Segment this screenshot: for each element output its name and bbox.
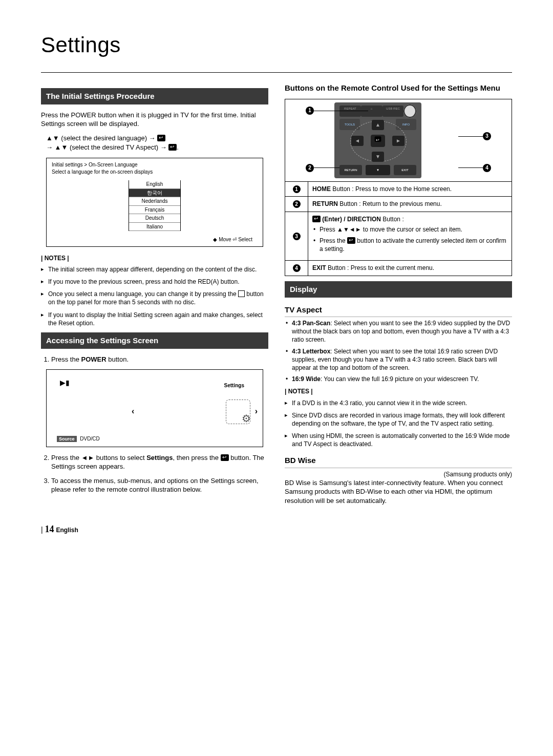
play-stop-icon: ▶▮ [60,378,70,388]
nav-left-icon: ‹ [132,406,134,417]
lang-option[interactable]: English [129,180,180,189]
repeat-button: REPEAT [339,106,361,117]
ref-2-text: RETURN Button : Return to the previous m… [308,197,512,212]
bdwise-note: (Samsung products only) [285,470,512,478]
divider [41,72,512,73]
left-column: The Initial Settings Procedure Press the… [41,83,268,511]
section-bar-display: Display [285,281,512,298]
footer-language: English [56,527,78,534]
enter-icon [221,454,229,461]
ref-4-text: EXIT Button : Press to exit the current … [308,261,512,276]
page-footer: | 14 English [41,523,512,535]
ref-4-num: 4 [293,264,301,272]
return-button: RETURN [339,165,362,175]
language-list[interactable]: English 한국어 Nederlands Français Deutsch … [129,180,181,231]
dialog-prompt: Select a language for the on-screen disp… [52,169,258,176]
callout-1: 1 [306,107,314,115]
home-screen-illustration: ▶▮ Settings ‹ › Source DVD/CD [46,369,263,447]
source-indicator: Source DVD/CD [57,435,100,443]
page-number: 14 [45,524,54,534]
step-1: Press the POWER button. [51,355,268,364]
flow-line-1: ▲▼ (select the desired language) → [46,134,157,142]
note-item: The initial screen may appear different,… [41,265,268,274]
flow-line-2: → ▲▼ (select the desired TV Aspect) → [46,143,168,151]
callout-2: 2 [306,164,314,172]
tv-aspect-heading: TV Aspect [285,305,512,317]
remote-reference-table: 1 HOME Button : Press to move to the Hom… [285,181,512,276]
notes-label: | NOTES | [285,387,512,395]
note-item: If you move to the previous screen, pres… [41,278,268,286]
intro-text: Press the POWER button when it is plugge… [41,111,268,129]
notes-label: | NOTES | [41,254,268,262]
notes-list: The initial screen may appear different,… [41,265,268,327]
enter-icon [312,216,321,222]
lang-option[interactable]: Italiano [129,223,180,232]
bdwise-heading: BD Wise [285,455,512,468]
ref-1-text: HOME Button : Press to move to the Home … [308,182,512,197]
remote-subtitle: Buttons on the Remote Control Used for t… [285,83,512,93]
aspect-item: 16:9 Wide: You can view the full 16:9 pi… [292,375,512,383]
section-bar-access: Accessing the Settings Screen [41,332,268,349]
direction-pad: ▲ ▼ ◄ ► [350,121,406,161]
remote-illustration: REPEAT ⌂ USB REC TOOLS INFO ▲ ▼ ◄ ► [285,99,512,182]
bdwise-body: BD Wise is Samsung's latest inter-connec… [285,478,512,506]
note-item: If a DVD is in the 4:3 ratio, you cannot… [285,399,512,407]
exit-button: EXIT [394,165,416,175]
step-2: Press the ◄► buttons to select Settings,… [51,453,268,471]
language-dialog: Initial settings > On-Screen Language Se… [46,158,263,247]
settings-tile-label: Settings [224,382,244,389]
flow-steps: ▲▼ (select the desired language) → → ▲▼ … [41,134,268,152]
section-bar-initial: The Initial Settings Procedure [41,88,268,104]
lang-option[interactable]: Deutsch [129,214,180,223]
ref-2-num: 2 [293,200,301,208]
note-item: Once you select a menu language, you can… [41,290,268,306]
steps-list-cont: Press the ◄► buttons to select Settings,… [41,453,268,494]
dialog-breadcrumb: Initial settings > On-Screen Language [52,161,258,169]
tv-aspect-list: 4:3 Pan-Scan: Select when you want to se… [285,319,512,383]
lang-option[interactable]: Français [129,206,180,215]
dpad-right: ► [392,136,405,146]
enter-icon [347,237,355,244]
note-item: Since DVD discs are recorded in various … [285,411,512,428]
note-item: If you want to display the Initial Setti… [41,311,268,327]
enter-icon [157,135,165,141]
note-item: When using HDMI, the screen is automatic… [285,432,512,448]
dpad-down: ▼ [372,152,384,162]
enter-icon [168,144,177,151]
dpad-left: ◄ [351,136,364,146]
steps-list: Press the POWER button. [41,355,268,364]
dpad-enter [371,135,385,147]
home-button: ⌂ [361,106,382,117]
ref-1-num: 1 [293,185,301,193]
aspect-item: 4:3 Pan-Scan: Select when you want to se… [292,319,512,344]
aspect-item: 4:3 Letterbox: Select when you want to s… [292,347,512,372]
two-column-layout: The Initial Settings Procedure Press the… [41,83,512,511]
stop-icon [238,290,245,297]
dpad-up: ▲ [372,120,384,130]
callout-3: 3 [483,132,491,140]
ref-3-text: (Enter) / DIRECTION Button : Press ▲▼◄► … [308,212,512,261]
notes-list-2: If a DVD is in the 4:3 ratio, you cannot… [285,399,512,449]
callout-4: 4 [483,164,491,172]
rec-circle-button [403,104,416,118]
right-column: Buttons on the Remote Control Used for t… [285,83,512,511]
lang-option-selected[interactable]: 한국어 [129,189,180,198]
step-3: To access the menus, sub-menus, and opti… [51,476,268,494]
usb-rec-button: USB REC [382,106,404,117]
dpad-down-alt: ▼ [366,165,390,175]
dialog-footer-hint: ◆ Move ⏎ Select [47,233,263,246]
settings-gear-icon [226,400,250,424]
nav-right-icon: › [255,406,258,417]
ref-3-num: 3 [293,233,301,240]
lang-option[interactable]: Nederlands [129,197,180,206]
page-title: Settings [41,31,512,60]
